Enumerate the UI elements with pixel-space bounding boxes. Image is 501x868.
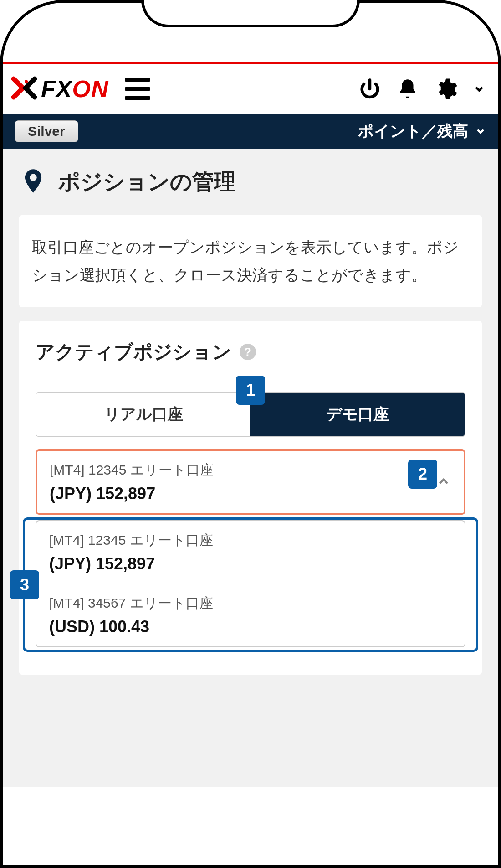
account-dropdown-list: [MT4] 12345 エリート口座 (JPY) 152,897 [MT4] 3… (36, 520, 465, 647)
location-pin-icon (19, 167, 47, 197)
account-option-label: [MT4] 34567 エリート口座 (49, 594, 452, 613)
tab-real-account[interactable]: リアル口座 (36, 393, 250, 436)
brand-logo[interactable]: FXON (11, 75, 108, 103)
logo-text: FXON (41, 75, 108, 103)
account-option-balance: (JPY) 152,897 (49, 554, 452, 574)
tier-badge: Silver (15, 120, 78, 142)
tab-demo-account[interactable]: デモ口座 (250, 393, 465, 436)
account-option[interactable]: [MT4] 12345 エリート口座 (JPY) 152,897 (36, 521, 465, 584)
selected-account-balance: (JPY) 152,897 (50, 484, 214, 503)
selected-account-label: [MT4] 12345 エリート口座 (50, 461, 214, 480)
menu-icon[interactable] (125, 78, 150, 100)
account-select[interactable]: [MT4] 12345 エリート口座 (JPY) 152,897 (36, 450, 465, 515)
description-card: 取引口座ごとのオープンポジションを表示しています。ポジション選択頂くと、クロース… (19, 215, 482, 307)
logo-mark-icon (11, 75, 37, 103)
callout-marker-1: 1 (236, 376, 265, 405)
help-icon[interactable]: ? (240, 344, 256, 360)
points-label: ポイント／残高 (358, 121, 468, 142)
account-option-balance: (USD) 100.43 (49, 617, 452, 636)
chevron-down-icon (475, 125, 486, 137)
bell-icon[interactable] (396, 78, 419, 100)
callout-marker-2: 2 (408, 460, 437, 489)
account-option-label: [MT4] 12345 エリート口座 (49, 531, 452, 550)
callout-marker-3: 3 (10, 570, 39, 599)
svg-point-0 (25, 80, 28, 83)
app-header: FXON (3, 64, 498, 114)
power-icon[interactable] (358, 77, 382, 101)
chevron-up-icon (436, 474, 451, 491)
account-option[interactable]: [MT4] 34567 エリート口座 (USD) 100.43 (36, 584, 465, 646)
active-positions-panel: アクティブポジション ? 1 リアル口座 デモ口座 [MT4] 12345 エリ… (19, 321, 482, 675)
page-title: ポジションの管理 (58, 167, 236, 196)
gear-icon[interactable] (434, 77, 458, 101)
account-subheader: Silver ポイント／残高 (3, 114, 498, 149)
panel-title: アクティブポジション (36, 339, 231, 365)
chevron-down-icon[interactable] (473, 83, 486, 95)
points-balance-toggle[interactable]: ポイント／残高 (358, 121, 486, 142)
